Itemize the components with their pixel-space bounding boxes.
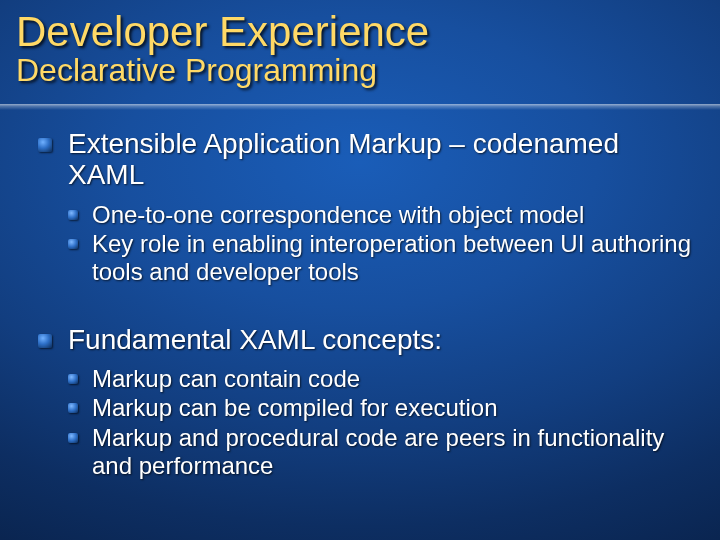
list-item: Key role in enabling interoperation betw… xyxy=(68,230,700,285)
list-item-text: Markup can be compiled for execution xyxy=(92,394,498,421)
list-item-text: Markup and procedural code are peers in … xyxy=(92,424,664,479)
list-item: One-to-one correspondence with object mo… xyxy=(68,201,700,229)
slide: Developer Experience Declarative Program… xyxy=(0,0,720,540)
list-item-text: Markup can contain code xyxy=(92,365,360,392)
slide-title: Developer Experience xyxy=(16,10,704,54)
bullet-list-level1: Extensible Application Markup – codename… xyxy=(38,128,700,479)
list-item-text: Key role in enabling interoperation betw… xyxy=(92,230,691,285)
list-item: Extensible Application Markup – codename… xyxy=(38,128,700,286)
list-item: Markup can be compiled for execution xyxy=(68,394,700,422)
list-item: Markup and procedural code are peers in … xyxy=(68,424,700,479)
list-item: Markup can contain code xyxy=(68,365,700,393)
list-item-text: Fundamental XAML concepts: xyxy=(68,324,442,355)
bullet-list-level2: One-to-one correspondence with object mo… xyxy=(68,201,700,286)
slide-body: Extensible Application Markup – codename… xyxy=(38,128,700,497)
title-underline xyxy=(0,104,720,110)
list-item-text: One-to-one correspondence with object mo… xyxy=(92,201,584,228)
bullet-list-level2: Markup can contain code Markup can be co… xyxy=(68,365,700,479)
slide-header: Developer Experience Declarative Program… xyxy=(0,0,720,92)
list-item: Fundamental XAML concepts: Markup can co… xyxy=(38,324,700,480)
slide-subtitle: Declarative Programming xyxy=(16,54,704,88)
list-item-text: Extensible Application Markup – codename… xyxy=(68,128,619,190)
